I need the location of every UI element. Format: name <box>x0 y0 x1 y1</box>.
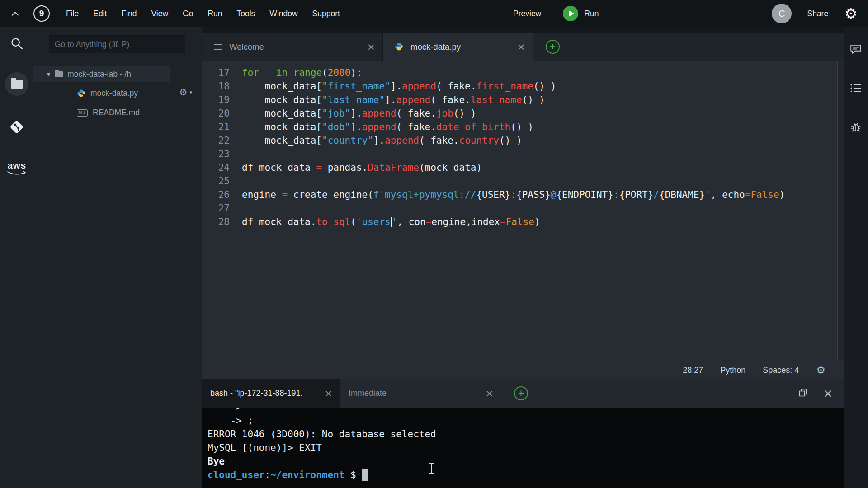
terminal-text: -> <box>208 408 248 413</box>
line-number[interactable]: 21 <box>202 120 242 134</box>
menu-run[interactable]: Run <box>208 9 222 19</box>
code-line[interactable]: 26engine = create_engine(f'mysql+pymysql… <box>202 188 844 202</box>
menu-edit[interactable]: Edit <box>93 9 107 19</box>
code-token: ]. <box>385 94 396 105</box>
code-token: 'users <box>356 216 391 227</box>
code-token: append <box>362 108 396 119</box>
goto-anything-input[interactable] <box>49 35 185 53</box>
terminal-output[interactable]: -> -> ;ERROR 1046 (3D000): No database s… <box>202 408 844 488</box>
editor-region: Welcome×mock-data.py× + 17for _ in range… <box>202 27 844 488</box>
code-token: DataFrame <box>368 162 419 173</box>
maximize-panel-icon[interactable] <box>799 389 807 399</box>
tree-item-root-folder[interactable]: ▾ mock-data-lab - /h <box>33 66 170 82</box>
code-line[interactable]: 23 <box>202 147 844 161</box>
folder-glyph <box>11 80 23 89</box>
code-token: 2000 <box>328 67 351 78</box>
menu-view[interactable]: View <box>151 9 168 19</box>
terminal-line: MySQL [(none)]> EXIT <box>208 441 844 455</box>
collaboration-icon[interactable] <box>849 43 862 55</box>
code-token: : <box>510 189 516 200</box>
code-line[interactable]: 18 mock_data["first_name"].append( fake.… <box>202 80 844 93</box>
editor-settings-gear-icon[interactable]: ⚙ <box>816 365 826 375</box>
menu-window[interactable]: Window <box>269 9 297 19</box>
line-number[interactable]: 27 <box>202 202 242 215</box>
code-line[interactable]: 17for _ in range(2000): <box>202 66 844 80</box>
terminal-text: ERROR 1046 (3D000): No database selected <box>208 429 436 440</box>
search-icon[interactable] <box>10 37 23 50</box>
tree-item-readme-md[interactable]: M↓README.md <box>33 104 202 121</box>
new-terminal-button[interactable]: + <box>514 386 528 400</box>
new-tab-button[interactable]: + <box>546 40 560 54</box>
outline-icon[interactable] <box>850 83 862 93</box>
files-icon[interactable] <box>5 72 28 96</box>
code-token: {DBNAME} <box>659 189 705 200</box>
tab-mock-data-py[interactable]: mock-data.py× <box>383 33 533 61</box>
debugger-icon[interactable] <box>850 121 861 133</box>
close-panel-icon[interactable]: × <box>823 387 833 400</box>
tab-welcome[interactable]: Welcome× <box>202 33 383 61</box>
tree-settings-button[interactable]: ⚙▾ <box>179 88 192 97</box>
line-number[interactable]: 23 <box>202 147 242 161</box>
code-text: df_mock_data = pandas.DataFrame(mock_dat… <box>242 161 482 174</box>
close-icon[interactable]: × <box>517 41 525 52</box>
line-number[interactable]: 17 <box>202 66 242 80</box>
code-line[interactable]: 21 mock_data["dob"].append( fake.date_of… <box>202 120 844 134</box>
code-token: pandas. <box>322 162 368 173</box>
tab-menu-icon <box>214 47 222 47</box>
code-line[interactable]: 25 <box>202 174 844 188</box>
share-button[interactable]: Share <box>807 9 828 19</box>
terminal-tab-bash[interactable]: bash - "ip-172-31-88-191.× <box>202 379 340 408</box>
code-line[interactable]: 27 <box>202 202 844 215</box>
menu-tools[interactable]: Tools <box>237 9 255 19</box>
line-number[interactable]: 28 <box>202 215 242 229</box>
line-number[interactable]: 22 <box>202 134 242 147</box>
code-text: engine = create_engine(f'mysql+pymysql:/… <box>242 188 785 202</box>
cloud9-logo[interactable]: 9 <box>33 5 50 22</box>
tree-item-mock-data-py[interactable]: mock-data.py <box>33 85 202 102</box>
cursor-position[interactable]: 28:27 <box>683 366 703 375</box>
menu-file[interactable]: File <box>66 9 79 19</box>
menu-find[interactable]: Find <box>121 9 137 19</box>
code-token: ]. <box>350 108 362 119</box>
aws-logo[interactable]: aws <box>6 160 27 176</box>
file-name: mock-data.py <box>90 89 138 98</box>
code-text: for _ in range(2000): <box>242 66 362 80</box>
code-token: () ) <box>522 94 545 105</box>
close-icon[interactable]: × <box>486 388 494 399</box>
print-margin-line <box>736 61 736 361</box>
git-icon[interactable] <box>8 118 25 136</box>
file-tree-panel: ▾ mock-data-lab - /h ⚙▾ mock-data.pyM↓RE… <box>33 27 202 488</box>
collapse-menubar-icon[interactable] <box>9 9 21 18</box>
code-text: mock_data["dob"].append( fake.date_of_bi… <box>242 120 533 134</box>
close-icon[interactable]: × <box>367 41 375 52</box>
terminal-tab-bar: bash - "ip-172-31-88-191.×Immediate× + × <box>202 379 844 408</box>
avatar-letter: C <box>778 9 785 19</box>
code-line[interactable]: 24df_mock_data = pandas.DataFrame(mock_d… <box>202 161 844 174</box>
menubar: FileEditFindViewGoRunToolsWindowSupport <box>66 9 340 19</box>
close-icon[interactable]: × <box>325 388 333 399</box>
terminal-tab-immediate[interactable]: Immediate× <box>340 379 501 408</box>
spaces-setting[interactable]: Spaces: 4 <box>763 366 799 375</box>
code-token: ' <box>705 189 711 200</box>
line-number[interactable]: 18 <box>202 80 242 93</box>
line-number[interactable]: 19 <box>202 93 242 107</box>
language-mode[interactable]: Python <box>720 366 745 375</box>
line-number[interactable]: 24 <box>202 161 242 174</box>
menu-go[interactable]: Go <box>183 9 193 19</box>
code-line[interactable]: 22 mock_data["country"].append( fake.cou… <box>202 134 844 147</box>
menu-support[interactable]: Support <box>312 9 340 19</box>
terminal-text: $ <box>344 469 362 480</box>
settings-gear-icon[interactable]: ⚙ <box>844 7 857 21</box>
code-line[interactable]: 19 mock_data["last_name"].append( fake.l… <box>202 93 844 107</box>
run-play-icon <box>563 6 578 21</box>
code-line[interactable]: 20 mock_data["job"].append( fake.job() ) <box>202 107 844 120</box>
avatar[interactable]: C <box>772 4 792 23</box>
line-number[interactable]: 20 <box>202 107 242 120</box>
code-line[interactable]: 28df_mock_data.to_sql('users', con=engin… <box>202 215 844 229</box>
code-editor[interactable]: 17for _ in range(2000):18 mock_data["fir… <box>202 61 844 361</box>
line-number[interactable]: 26 <box>202 188 242 202</box>
run-button[interactable]: Run <box>563 6 599 21</box>
preview-button[interactable]: Preview <box>513 9 541 19</box>
terminal-line: -> ; <box>208 414 844 427</box>
line-number[interactable]: 25 <box>202 174 242 188</box>
